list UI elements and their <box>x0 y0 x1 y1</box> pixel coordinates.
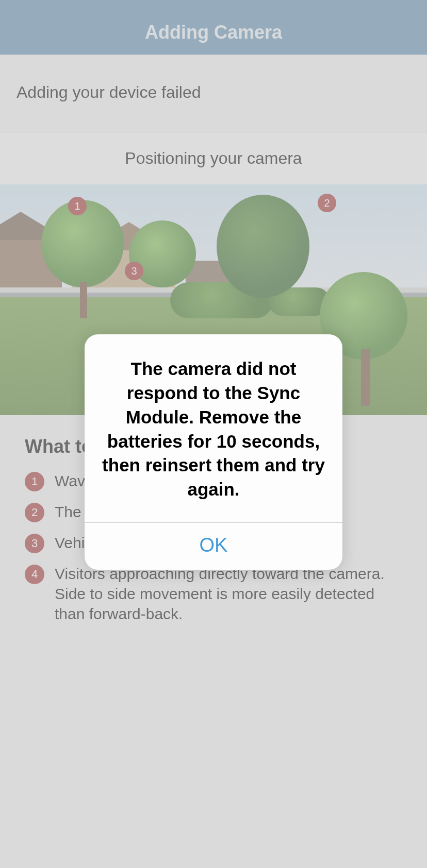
alert-message: The camera did not respond to the Sync M… <box>102 357 325 502</box>
modal-overlay: The camera did not respond to the Sync M… <box>0 0 427 868</box>
alert-body: The camera did not respond to the Sync M… <box>85 334 342 522</box>
ok-button[interactable]: OK <box>85 523 342 570</box>
alert-dialog: The camera did not respond to the Sync M… <box>85 334 342 570</box>
